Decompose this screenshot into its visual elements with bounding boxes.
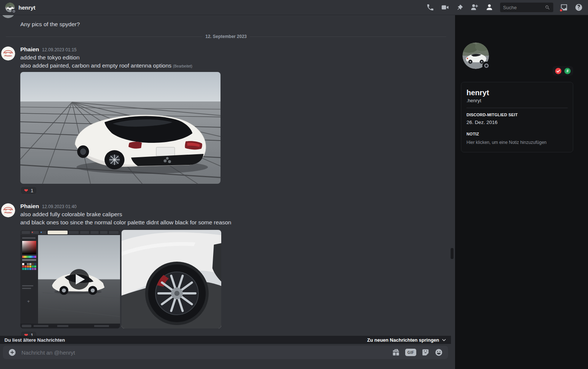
edited-label: (Bearbeitet) (173, 64, 192, 68)
chevron-down-icon (441, 337, 447, 342)
attachment-video-thumbnail[interactable]: + (20, 230, 120, 328)
svg-text:+: + (27, 299, 30, 304)
message-text: also added painted, carbon and empty roo… (20, 62, 452, 70)
message-timestamp: 12.09.2023 01:15 (42, 46, 76, 54)
attachment-image-wheel-closeup[interactable] (122, 230, 221, 328)
dm-user-avatar[interactable] (5, 3, 15, 12)
profile-username-tag: .henryt (466, 98, 568, 103)
message-text: added the tokyo edition (20, 54, 452, 62)
heart-reaction-icon: ❤ (24, 188, 28, 193)
search-input[interactable] (503, 5, 543, 10)
note-input[interactable]: Hier klicken, um eine Notiz hinzuzufügen (466, 139, 568, 145)
older-message-text: Any pics of the spyder? (20, 20, 452, 28)
inbox-unread-badge (559, 8, 563, 12)
message-timestamp: 12.09.2023 01:40 (42, 203, 76, 210)
phaien-avatar[interactable]: Phaien (1, 46, 15, 61)
reading-older-label: Du liest ältere Nachrichten (4, 337, 65, 343)
phaien-avatar-label: Phaien (4, 211, 12, 214)
svg-text:#: # (567, 69, 569, 73)
search-icon (545, 5, 550, 10)
video-call-icon[interactable] (441, 3, 449, 11)
inbox-icon[interactable] (560, 3, 568, 11)
dm-username: henryt (18, 4, 35, 11)
gif-picker-icon[interactable]: GIF (405, 349, 416, 356)
message-author[interactable]: Phaien (20, 203, 39, 210)
message: Phaien Phaien 12.09.2023 01:40 also adde… (0, 203, 452, 339)
profile-info-card: henryt .henryt DISCORD-MITGLIED SEIT 26.… (461, 82, 573, 152)
status-indicator-offline (11, 9, 16, 13)
note-label: NOTIZ (466, 132, 568, 136)
jump-to-new-button[interactable]: Zu neuen Nachrichten springen (367, 337, 447, 343)
profile-badge-green-icon[interactable]: # (564, 68, 571, 74)
add-friend-icon[interactable] (471, 3, 479, 11)
divider (466, 108, 568, 108)
message-text: and black ones too since the normal colo… (20, 218, 452, 227)
search-box[interactable] (500, 3, 553, 12)
profile-badge-red-icon[interactable] (555, 68, 561, 74)
member-since-label: DISCORD-MITGLIED SEIT (466, 113, 568, 117)
phaien-avatar[interactable]: Phaien (1, 203, 15, 217)
message-author[interactable]: Phaien (20, 46, 39, 53)
message-text: also added fully colorable brake caliper… (20, 210, 452, 218)
status-indicator-offline (482, 62, 490, 70)
profile-avatar[interactable] (460, 40, 491, 71)
emoji-icon[interactable] (435, 348, 443, 356)
attach-plus-icon[interactable] (8, 348, 16, 356)
gift-icon[interactable] (392, 348, 400, 356)
chat-messages-area: Any pics of the spyder? 12. September 20… (0, 15, 452, 369)
reaction-pill[interactable]: ❤ 1 (20, 186, 37, 194)
reaction-count: 1 (31, 188, 33, 193)
member-since-value: 26. Dez. 2016 (466, 120, 568, 125)
sticker-icon[interactable] (421, 348, 430, 356)
profile-display-name: henryt (466, 88, 568, 97)
date-divider: 12. September 2023 (6, 34, 446, 39)
help-icon[interactable] (575, 3, 583, 11)
dm-header: henryt (0, 0, 588, 15)
message-input[interactable] (21, 349, 387, 356)
pinned-messages-icon[interactable] (456, 3, 464, 11)
phaien-avatar-label: Phaien (4, 54, 12, 57)
voice-call-icon[interactable] (426, 3, 434, 11)
profile-badges: # (553, 66, 573, 76)
chat-scrollbar[interactable] (451, 15, 454, 369)
partial-avatar (1, 15, 15, 18)
message: Phaien Phaien 12.09.2023 01:15 added the… (0, 46, 452, 194)
message-input-bar: GIF (3, 346, 448, 359)
date-divider-label: 12. September 2023 (205, 34, 247, 39)
attachment-image-car-rear[interactable] (20, 72, 220, 184)
user-profile-panel: # henryt .henryt DISCORD-MITGLIED SEIT 2… (455, 15, 588, 369)
scrollbar-thumb[interactable] (451, 248, 454, 259)
user-profile-toggle-icon[interactable] (485, 3, 493, 11)
older-messages-bar: Du liest ältere Nachrichten Zu neuen Nac… (0, 336, 451, 344)
